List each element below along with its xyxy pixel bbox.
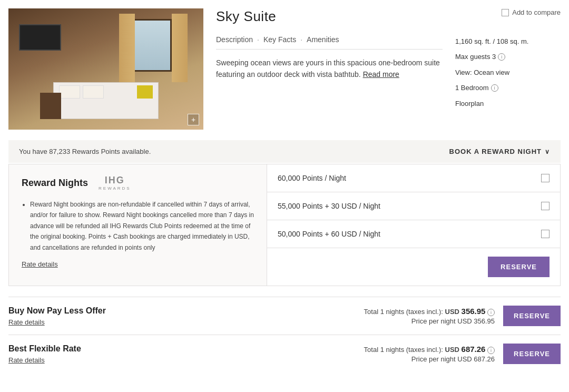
reward-option-2-label: 55,000 Points + 30 USD / Night: [278, 202, 380, 210]
offer-row-1: Buy Now Pay Less Offer Rate details Tota…: [8, 297, 561, 335]
offer-2-left: Best Flexible Rate Rate details: [8, 344, 81, 364]
offer-2-rate-details[interactable]: Rate details: [8, 356, 45, 364]
offer-2-price-info: Total 1 nights (taxes incl.): USD 687.26…: [364, 345, 495, 363]
reward-option-3: 50,000 Points + 60 USD / Night: [267, 220, 560, 248]
reward-option-2: 55,000 Points + 30 USD / Night: [267, 192, 560, 220]
add-compare-button[interactable]: Add to compare: [502, 8, 561, 16]
offer-1-left: Buy Now Pay Less Offer Rate details: [8, 306, 106, 326]
spec-bedroom: 1 Bedroom i: [455, 82, 561, 94]
compare-checkbox[interactable]: [502, 9, 509, 16]
offer-2-per-night: Price per night USD 687.26: [364, 355, 495, 363]
spec-view: View: Ocean view: [455, 66, 561, 79]
room-image: +: [8, 8, 203, 130]
spec-floorplan[interactable]: Floorplan: [455, 97, 561, 110]
spec-max-guests: Max guests 3 i: [455, 51, 561, 63]
nav-sep-1: ·: [257, 35, 259, 44]
offer-1-title: Buy Now Pay Less Offer: [8, 306, 106, 316]
offer-1-rate-details[interactable]: Rate details: [8, 318, 45, 326]
offer-1-price-info: Total 1 nights (taxes incl.): USD 356.95…: [364, 307, 495, 325]
offer-2-total-label: Total 1 nights (taxes incl.): USD 687.26…: [364, 345, 495, 354]
rewards-banner: You have 87,233 Rewards Points available…: [8, 140, 561, 163]
floorplan-link[interactable]: Floorplan: [455, 97, 484, 110]
expand-image-button[interactable]: +: [188, 114, 199, 125]
offer-2-price: 687.26: [462, 345, 486, 354]
reward-option-1-checkbox[interactable]: [541, 174, 550, 182]
room-description: Sweeping ocean views are yours in this s…: [216, 57, 443, 81]
add-compare-label: Add to compare: [512, 8, 561, 16]
nav-description[interactable]: Description: [216, 35, 253, 44]
offer-2-reserve-button[interactable]: RESERVE: [503, 344, 561, 364]
reward-option-3-label: 50,000 Points + 60 USD / Night: [278, 230, 380, 238]
bed-decor: [53, 82, 159, 119]
reward-policy: Reward Night bookings are non-refundable…: [22, 199, 254, 253]
book-reward-label: BOOK A REWARD NIGHT: [449, 148, 542, 155]
reward-option-3-checkbox[interactable]: [541, 230, 550, 238]
reward-nights-title: Reward Nights: [22, 178, 88, 189]
curtain-left: [119, 14, 135, 82]
bedroom-info-icon[interactable]: i: [491, 84, 498, 92]
window-decor: [130, 19, 172, 72]
offer-1-total-label: Total 1 nights (taxes incl.): USD 356.95…: [364, 307, 495, 316]
offer-1-price: 356.95: [462, 307, 486, 316]
spec-size: 1,160 sq. ft. / 108 sq. m.: [455, 35, 561, 47]
room-nav: Description · Key Facts · Amenities: [216, 35, 443, 50]
offer-1-currency: USD: [445, 308, 459, 316]
offer-1-reserve-button[interactable]: RESERVE: [503, 306, 561, 326]
book-reward-night-button[interactable]: BOOK A REWARD NIGHT ∨: [449, 148, 550, 155]
room-title: Sky Suite: [216, 8, 276, 25]
reward-option-1: 60,000 Points / Night: [267, 164, 560, 192]
reward-policy-text: Reward Night bookings are non-refundable…: [30, 199, 254, 253]
max-guests-info-icon[interactable]: i: [498, 53, 505, 61]
room-specs: 1,160 sq. ft. / 108 sq. m. Max guests 3 …: [455, 35, 561, 110]
curtain-right: [172, 14, 188, 82]
ihg-logo-text: IHG: [105, 175, 125, 186]
chevron-down-icon: ∨: [545, 148, 550, 155]
ihg-rewards-text: REWARDS: [99, 186, 131, 191]
offer-1-right: Total 1 nights (taxes incl.): USD 356.95…: [364, 306, 561, 326]
nav-amenities[interactable]: Amenities: [307, 35, 339, 44]
offer-row-2: Best Flexible Rate Rate details Total 1 …: [8, 335, 561, 373]
rewards-points-text: You have 87,233 Rewards Points available…: [19, 148, 151, 155]
offer-2-right: Total 1 nights (taxes incl.): USD 687.26…: [364, 344, 561, 364]
reward-options: 60,000 Points / Night 55,000 Points + 30…: [267, 164, 560, 286]
nightstand-decor: [40, 93, 61, 119]
tv-decor: [19, 24, 61, 51]
reward-panel: Reward Nights IHG REWARDS Reward Night b…: [8, 164, 561, 286]
offer-2-currency: USD: [445, 346, 459, 354]
reward-option-2-checkbox[interactable]: [541, 202, 550, 210]
read-more-link[interactable]: Read more: [363, 70, 399, 79]
reserve-btn-container: RESERVE: [267, 248, 560, 286]
reward-info: Reward Nights IHG REWARDS Reward Night b…: [9, 164, 267, 286]
nav-sep-2: ·: [300, 35, 302, 44]
reward-reserve-button[interactable]: RESERVE: [488, 257, 550, 277]
offer-2-price-info-icon[interactable]: i: [487, 347, 495, 354]
offer-1-price-info-icon[interactable]: i: [487, 309, 495, 316]
reward-option-1-label: 60,000 Points / Night: [278, 174, 346, 182]
nav-key-facts[interactable]: Key Facts: [263, 35, 296, 44]
offer-1-per-night: Price per night USD 356.95: [364, 317, 495, 325]
ihg-logo: IHG REWARDS: [99, 175, 131, 191]
reward-rate-details-link[interactable]: Rate details: [22, 260, 58, 268]
offer-2-title: Best Flexible Rate: [8, 344, 81, 354]
